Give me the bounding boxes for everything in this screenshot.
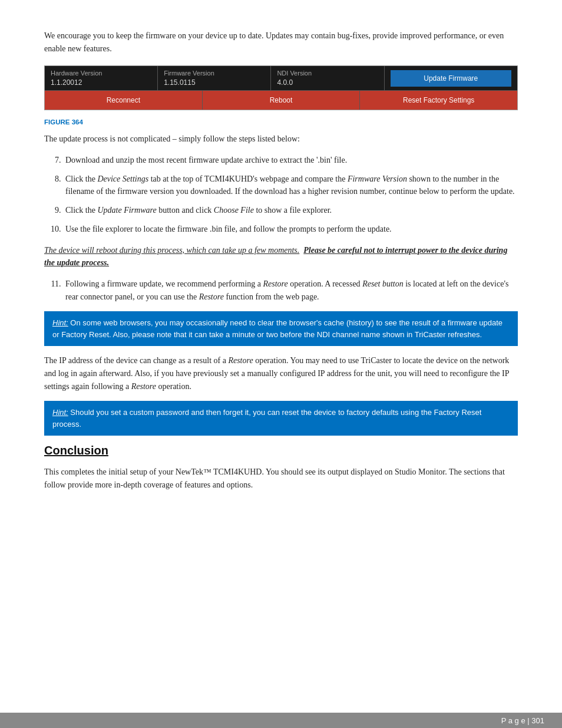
step-7-text: Download and unzip the most recent firmw…	[65, 156, 347, 164]
fw-value: 1.15.0115	[164, 78, 265, 87]
firmware-row-top: Hardware Version 1.1.20012 Firmware Vers…	[45, 66, 517, 91]
ndi-label: NDI Version	[277, 70, 378, 77]
step-9-text: Click the Update Firmware button and cli…	[65, 206, 332, 215]
reconnect-button[interactable]: Reconnect	[45, 91, 203, 110]
figure-label: FIGURE 364	[44, 118, 518, 126]
fw-label: Firmware Version	[164, 70, 265, 77]
page-content: We encourage you to keep the firmware on…	[0, 0, 562, 728]
step-11-list: Following a firmware update, we recommen…	[63, 278, 518, 303]
warning-paragraph: The device will reboot during this proce…	[44, 244, 518, 269]
update-firmware-button[interactable]: Update Firmware	[391, 70, 511, 87]
step-10: Use the file explorer to locate the firm…	[63, 223, 518, 236]
steps-list: Download and unzip the most recent firmw…	[63, 154, 518, 235]
reset-factory-button[interactable]: Reset Factory Settings	[360, 91, 517, 110]
conclusion-heading: Conclusion	[44, 444, 518, 457]
hint-box-2: Hint: Should you set a custom password a…	[44, 401, 518, 436]
step-8: Click the Device Settings tab at the top…	[63, 173, 518, 198]
update-firmware-cell: Update Firmware	[385, 66, 517, 90]
page-footer-bar: P a g e | 301	[0, 713, 562, 728]
step-8-text: Click the Device Settings tab at the top…	[65, 174, 515, 196]
hint2-label: Hint:	[52, 408, 68, 417]
hw-version-cell: Hardware Version 1.1.20012	[45, 66, 158, 90]
fw-version-cell: Firmware Version 1.15.0115	[158, 66, 271, 90]
hint1-label: Hint:	[52, 318, 68, 327]
warning-main: The device will reboot during this proce…	[44, 246, 299, 255]
hint2-text: Should you set a custom password and the…	[52, 408, 481, 429]
ndi-version-cell: NDI Version 4.0.0	[271, 66, 384, 90]
restore-paragraph: The IP address of the device can change …	[44, 354, 518, 393]
hw-label: Hardware Version	[51, 70, 151, 77]
reboot-button[interactable]: Reboot	[203, 91, 361, 110]
step-9: Click the Update Firmware button and cli…	[63, 204, 518, 217]
hint1-text: On some web browsers, you may occasional…	[52, 318, 503, 339]
step-10-text: Use the file explorer to locate the firm…	[65, 225, 392, 233]
intro-paragraph: We encourage you to keep the firmware on…	[44, 29, 518, 55]
firmware-row-bottom: Reconnect Reboot Reset Factory Settings	[45, 91, 517, 110]
hw-value: 1.1.20012	[51, 78, 151, 87]
step-11-text: Following a firmware update, we recommen…	[65, 279, 508, 301]
ndi-value: 4.0.0	[277, 78, 378, 87]
firmware-ui-box: Hardware Version 1.1.20012 Firmware Vers…	[44, 65, 518, 110]
hint-box-1: Hint: On some web browsers, you may occa…	[44, 311, 518, 346]
step-11: Following a firmware update, we recommen…	[63, 278, 518, 303]
step-7: Download and unzip the most recent firmw…	[63, 154, 518, 167]
update-intro-text: The update process is not complicated – …	[44, 133, 518, 146]
page-number: P a g e | 301	[501, 716, 544, 725]
conclusion-text: This completes the initial setup of your…	[44, 466, 518, 491]
